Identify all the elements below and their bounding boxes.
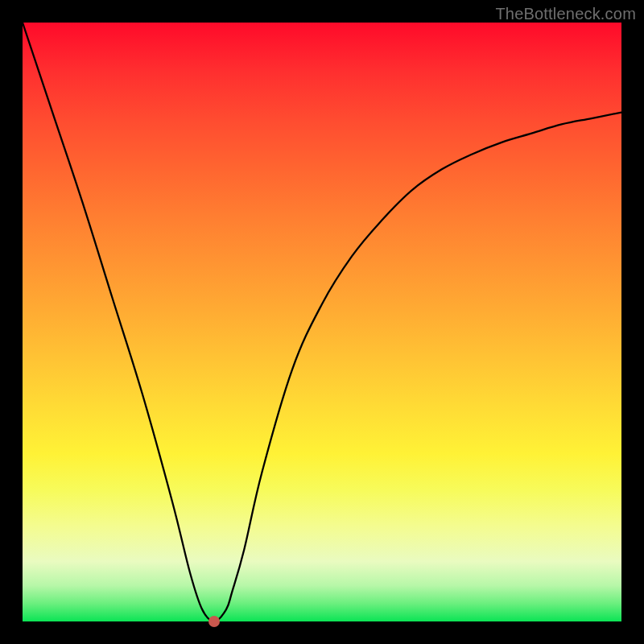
chart-frame: TheBottleneck.com: [0, 0, 644, 644]
plot-area: [23, 23, 621, 621]
optimum-marker: [208, 616, 220, 627]
watermark-text: TheBottleneck.com: [495, 5, 636, 23]
bottleneck-curve: [23, 23, 621, 621]
